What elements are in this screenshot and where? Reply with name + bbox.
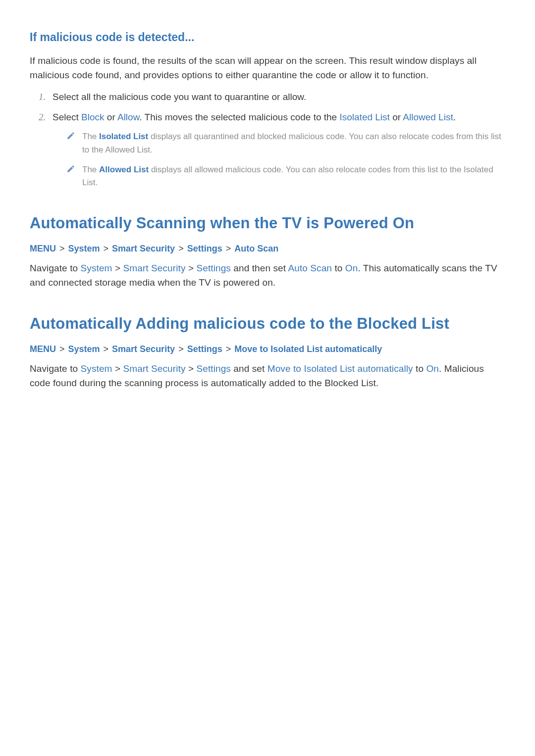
text-fragment: or (105, 112, 117, 122)
keyword-on: On (426, 363, 439, 374)
breadcrumb-auto-block: MENU > System > Smart Security > Setting… (30, 343, 505, 356)
step-1-number: 1. (39, 90, 46, 104)
pencil-icon (66, 164, 75, 173)
keyword-system: System (81, 263, 112, 273)
bc-item: MENU (30, 344, 56, 354)
step-2-number: 2. (39, 110, 46, 124)
bc-item: MENU (30, 244, 56, 253)
notes: The Isolated List displays all quarantin… (66, 130, 505, 189)
bc-item: Smart Security (112, 244, 175, 253)
text-fragment: Navigate to (30, 363, 81, 374)
heading-auto-block: Automatically Adding malicious code to t… (30, 312, 505, 336)
bc-item: Move to Isolated List automatically (234, 344, 382, 354)
heading-auto-scan: Automatically Scanning when the TV is Po… (30, 211, 505, 235)
text-fragment: > (186, 263, 197, 273)
text-fragment: Navigate to (30, 263, 81, 273)
text-fragment: to (413, 363, 427, 374)
note-allowed: The Allowed List displays all allowed ma… (66, 163, 505, 190)
step-2: 2. Select Block or Allow. This moves the… (39, 110, 505, 190)
step-2-text: Select Block or Allow. This moves the se… (53, 112, 456, 122)
keyword-allowed-list: Allowed List (99, 165, 149, 174)
keyword-on: On (345, 263, 358, 273)
text-fragment: to (332, 263, 345, 273)
keyword-auto-scan: Auto Scan (288, 263, 332, 273)
text-fragment: The (82, 132, 99, 141)
keyword-settings: Settings (196, 363, 230, 374)
text-fragment: > (112, 363, 123, 374)
bc-item: System (68, 244, 100, 253)
ordered-steps: 1. Select all the malicious code you wan… (39, 90, 505, 190)
text-fragment: > (112, 263, 123, 273)
heading-malicious: If malicious code is detected... (30, 29, 505, 47)
section-auto-block: Automatically Adding malicious code to t… (30, 312, 505, 391)
step-1: 1. Select all the malicious code you wan… (39, 90, 505, 104)
text-fragment: Select (53, 112, 81, 122)
chevron-right-icon: > (100, 244, 112, 253)
bc-item: Smart Security (112, 344, 175, 354)
keyword-smart-security: Smart Security (123, 263, 186, 273)
keyword-move-to-isolated: Move to Isolated List automatically (268, 363, 413, 374)
intro-paragraph: If malicious code is found, the results … (30, 53, 505, 83)
keyword-smart-security: Smart Security (123, 363, 186, 374)
text-fragment: > (186, 363, 197, 374)
chevron-right-icon: > (222, 344, 235, 354)
bc-item: Settings (187, 344, 222, 354)
chevron-right-icon: > (100, 344, 112, 354)
step-1-text: Select all the malicious code you want t… (53, 92, 306, 102)
text-fragment: . (453, 112, 456, 122)
keyword-settings: Settings (196, 263, 230, 273)
text-fragment: or (390, 112, 403, 122)
text-fragment: and then set (231, 263, 288, 273)
keyword-isolated-list: Isolated List (339, 112, 389, 122)
text-fragment: . This moves the selected malicious code… (139, 112, 339, 122)
pencil-icon (66, 131, 75, 140)
chevron-right-icon: > (175, 244, 187, 253)
bc-item: System (68, 344, 100, 354)
keyword-system: System (81, 363, 112, 374)
paragraph-auto-block: Navigate to System > Smart Security > Se… (30, 361, 505, 391)
chevron-right-icon: > (222, 244, 235, 253)
bc-item: Auto Scan (234, 244, 278, 253)
text-fragment: The (82, 165, 99, 174)
keyword-allow: Allow (117, 112, 139, 122)
section-auto-scan: Automatically Scanning when the TV is Po… (30, 211, 505, 290)
paragraph-auto-scan: Navigate to System > Smart Security > Se… (30, 261, 505, 290)
keyword-allowed-list: Allowed List (403, 112, 453, 122)
chevron-right-icon: > (175, 344, 187, 354)
chevron-right-icon: > (56, 244, 68, 253)
bc-item: Settings (187, 244, 222, 253)
keyword-isolated-list: Isolated List (99, 132, 148, 141)
text-fragment: and set (231, 363, 268, 374)
note-isolated: The Isolated List displays all quarantin… (66, 130, 505, 156)
section-malicious-detected: If malicious code is detected... If mali… (30, 29, 505, 190)
chevron-right-icon: > (56, 344, 68, 354)
keyword-block: Block (81, 112, 104, 122)
breadcrumb-auto-scan: MENU > System > Smart Security > Setting… (30, 242, 505, 256)
